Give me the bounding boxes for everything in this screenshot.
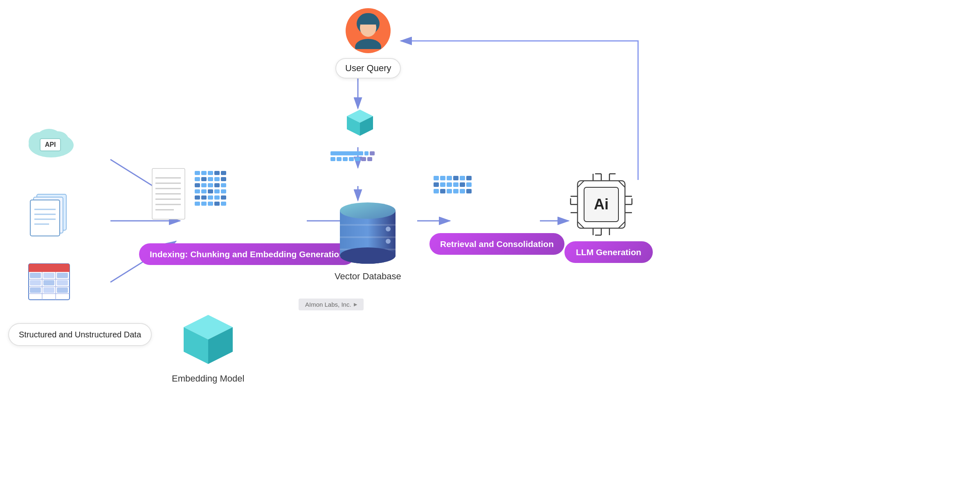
data-sources-label: Structured and Unstructured Data	[8, 323, 152, 346]
indexing-label: Indexing: Chunking and Embedding Generat…	[139, 243, 355, 265]
query-embedding-bars	[330, 151, 375, 161]
svg-point-16	[355, 39, 381, 49]
documents-node	[25, 188, 74, 237]
vector-db-label: Vector Database	[335, 271, 401, 283]
svg-rect-49	[43, 287, 54, 293]
svg-text:API: API	[45, 141, 56, 148]
user-avatar	[346, 8, 391, 53]
svg-rect-50	[57, 287, 68, 293]
svg-point-70	[340, 202, 396, 219]
embedding-model-node: Embedding Model	[172, 311, 244, 385]
svg-rect-29	[30, 200, 60, 236]
svg-rect-15	[359, 19, 377, 25]
retrieval-label: Retrieval and Consolidation	[429, 233, 564, 255]
svg-rect-36	[29, 269, 70, 272]
embedding-model-label: Embedding Model	[172, 373, 244, 385]
diagram-container: User Query	[0, 0, 980, 503]
svg-rect-46	[43, 280, 54, 285]
user-query-node: User Query	[335, 8, 401, 79]
svg-rect-43	[43, 273, 54, 278]
svg-rect-45	[30, 280, 41, 285]
watermark: AImon Labs, Inc.	[299, 299, 364, 310]
svg-point-67	[386, 227, 391, 231]
table-icon-node	[27, 262, 72, 303]
retrieval-bars-node	[434, 176, 472, 193]
svg-text:Ai: Ai	[594, 196, 609, 213]
svg-rect-47	[57, 280, 68, 285]
user-query-label: User Query	[335, 58, 401, 79]
svg-rect-65	[340, 236, 396, 238]
indexing-visual-node	[151, 168, 226, 221]
svg-rect-42	[30, 273, 41, 278]
svg-point-71	[340, 247, 396, 264]
svg-rect-48	[30, 287, 41, 293]
svg-rect-64	[340, 224, 396, 226]
embedding-bar-group	[330, 151, 375, 161]
svg-point-68	[386, 239, 391, 244]
embedding-cube-top	[344, 106, 376, 139]
vector-db-node: Vector Database	[335, 192, 401, 283]
svg-rect-44	[57, 273, 68, 278]
llm-label: LLM Generation	[564, 241, 653, 263]
llm-node: Ai	[569, 172, 634, 237]
api-cloud-node: API	[25, 121, 78, 162]
